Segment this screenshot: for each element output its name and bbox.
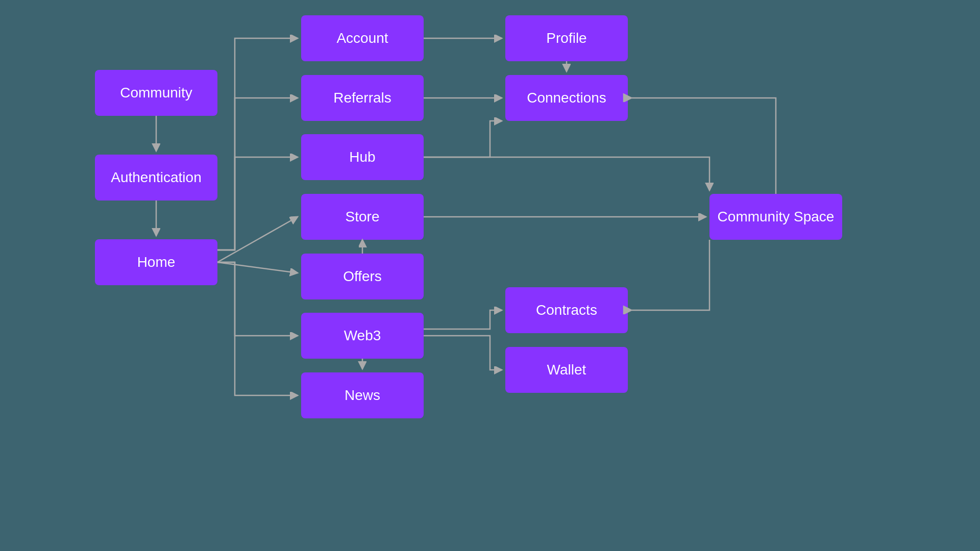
account-node: Account — [301, 15, 424, 61]
connections-node: Connections — [505, 75, 628, 121]
community-space-node: Community Space — [709, 194, 842, 240]
profile-node: Profile — [505, 15, 628, 61]
home-node: Home — [95, 239, 217, 285]
referrals-node: Referrals — [301, 75, 424, 121]
offers-node: Offers — [301, 254, 424, 299]
news-node: News — [301, 372, 424, 418]
wallet-node: Wallet — [505, 347, 628, 393]
authentication-node: Authentication — [95, 155, 217, 201]
community-node: Community — [95, 70, 217, 116]
hub-node: Hub — [301, 134, 424, 180]
contracts-node: Contracts — [505, 287, 628, 333]
store-node: Store — [301, 194, 424, 240]
web3-node: Web3 — [301, 313, 424, 359]
